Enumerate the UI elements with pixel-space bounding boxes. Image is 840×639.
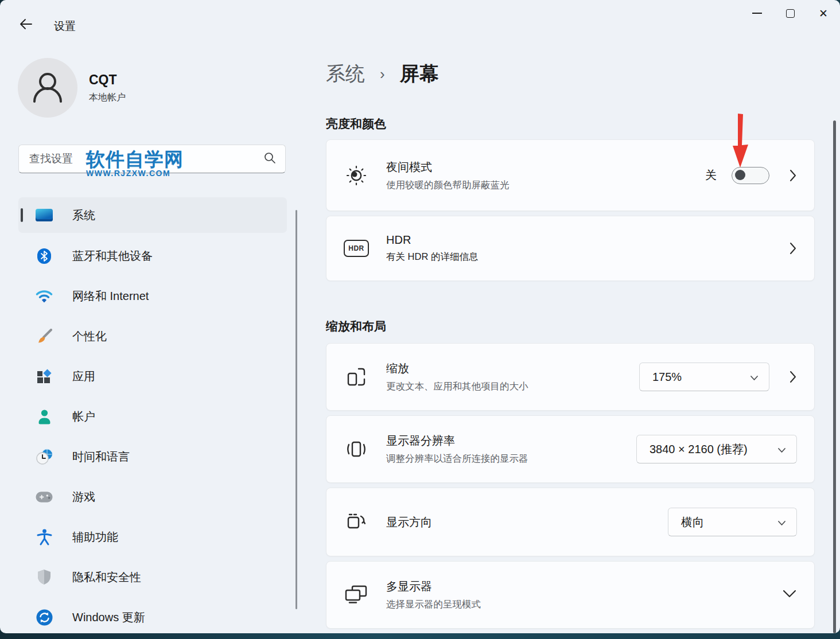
sidebar-item-accessibility[interactable]: 辅助功能 xyxy=(18,519,287,555)
close-icon: ✕ xyxy=(819,8,828,19)
chevron-down-icon xyxy=(777,443,786,456)
hdr-subtitle: 有关 HDR 的详细信息 xyxy=(386,251,769,263)
search-input[interactable] xyxy=(19,153,263,165)
breadcrumb-system[interactable]: 系统 xyxy=(326,61,365,87)
apps-icon xyxy=(36,369,53,384)
orientation-title: 显示方向 xyxy=(386,515,668,530)
wifi-icon xyxy=(36,290,53,303)
multi-display-icon xyxy=(344,584,369,606)
back-button[interactable] xyxy=(15,15,37,36)
person-icon xyxy=(27,66,68,110)
chevron-down-icon xyxy=(750,371,759,384)
section-brightness-color: 亮度和颜色 xyxy=(326,116,386,132)
night-light-toggle[interactable] xyxy=(732,167,769,184)
avatar[interactable] xyxy=(18,58,77,118)
back-arrow-icon xyxy=(20,18,32,32)
sidebar-scrollbar[interactable] xyxy=(295,210,297,609)
scale-subtitle: 更改文本、应用和其他项目的大小 xyxy=(386,380,639,393)
account-name: CQT xyxy=(89,72,117,88)
window-controls: ✕ xyxy=(740,0,840,29)
windows-update-icon xyxy=(36,609,53,626)
minimize-button[interactable] xyxy=(740,0,773,26)
scale-dropdown[interactable]: 175% xyxy=(639,363,769,391)
hdr-card[interactable]: HDR HDR 有关 HDR 的详细信息 xyxy=(326,216,815,281)
scale-title: 缩放 xyxy=(386,361,639,376)
sidebar-item-bluetooth-devices[interactable]: 蓝牙和其他设备 xyxy=(18,238,287,274)
scale-icon xyxy=(344,365,369,388)
app-title: 设置 xyxy=(54,19,76,34)
toggle-knob xyxy=(735,170,745,180)
night-light-title: 夜间模式 xyxy=(386,159,705,175)
chevron-right-icon xyxy=(789,241,797,256)
night-light-card[interactable]: 夜间模式 使用较暖的颜色帮助屏蔽蓝光 关 xyxy=(326,139,815,211)
search-icon[interactable] xyxy=(263,151,276,166)
account-type: 本地帐户 xyxy=(89,92,126,104)
page-title: 屏幕 xyxy=(400,61,439,87)
resolution-card[interactable]: 显示器分辨率 调整分辨率以适合所连接的显示器 3840 × 2160 (推荐) xyxy=(326,415,815,483)
sidebar-item-personalization[interactable]: 个性化 xyxy=(18,318,287,354)
night-light-subtitle: 使用较暖的颜色帮助屏蔽蓝光 xyxy=(386,179,705,192)
section-scale-layout: 缩放和布局 xyxy=(326,318,386,334)
breadcrumb-separator: › xyxy=(380,65,385,83)
hdr-title: HDR xyxy=(386,233,769,247)
sidebar-item-network-internet[interactable]: 网络和 Internet xyxy=(18,278,287,314)
breadcrumb: 系统 › 屏幕 xyxy=(326,61,439,87)
orientation-dropdown[interactable]: 横向 xyxy=(668,508,797,536)
night-light-icon xyxy=(344,163,369,188)
search-box xyxy=(18,145,286,173)
paintbrush-icon xyxy=(36,329,53,344)
close-button[interactable]: ✕ xyxy=(807,0,840,26)
resolution-icon xyxy=(344,438,369,461)
sidebar-item-privacy-security[interactable]: 隐私和安全性 xyxy=(18,559,287,595)
minimize-icon xyxy=(752,13,762,14)
scale-card[interactable]: 缩放 更改文本、应用和其他项目的大小 175% xyxy=(326,343,815,411)
sidebar-item-system[interactable]: 系统 xyxy=(18,197,287,233)
toggle-state-label: 关 xyxy=(705,167,717,183)
shield-icon xyxy=(36,569,53,585)
chevron-right-icon xyxy=(789,369,797,384)
chevron-right-icon xyxy=(789,168,797,183)
sidebar-item-accounts[interactable]: 帐户 xyxy=(18,399,287,434)
chevron-down-expand-icon xyxy=(782,589,797,601)
orientation-icon xyxy=(344,511,369,533)
system-icon xyxy=(36,209,53,221)
resolution-value: 3840 × 2160 (推荐) xyxy=(650,442,748,457)
bluetooth-icon xyxy=(36,248,53,264)
sidebar-item-gaming[interactable]: 游戏 xyxy=(18,479,287,515)
scale-value: 175% xyxy=(652,371,682,384)
multi-display-title: 多显示器 xyxy=(386,579,782,594)
orientation-card[interactable]: 显示方向 横向 xyxy=(326,488,815,556)
main-scrollbar[interactable] xyxy=(833,120,836,633)
sidebar-item-windows-update[interactable]: Windows 更新 xyxy=(18,599,287,633)
maximize-button[interactable] xyxy=(773,0,807,26)
multi-display-card[interactable]: 多显示器 选择显示器的呈现模式 xyxy=(326,561,815,629)
sidebar-item-time-language[interactable]: 时间和语言 xyxy=(18,439,287,474)
multi-display-subtitle: 选择显示器的呈现模式 xyxy=(386,598,782,611)
chevron-down-icon xyxy=(777,516,786,529)
orientation-value: 横向 xyxy=(681,515,704,530)
settings-window: 设置 ✕ CQT 本地帐户 软件自学网 WWW.RJZXW.COM 系统 xyxy=(0,0,840,633)
accounts-person-icon xyxy=(36,409,53,424)
gamepad-icon xyxy=(36,491,53,503)
time-language-icon xyxy=(36,449,53,465)
titlebar: 设置 ✕ xyxy=(0,0,840,37)
maximize-icon xyxy=(786,9,795,18)
resolution-title: 显示器分辨率 xyxy=(386,433,636,449)
sidebar-item-apps[interactable]: 应用 xyxy=(18,359,287,394)
hdr-icon: HDR xyxy=(344,240,369,257)
resolution-dropdown[interactable]: 3840 × 2160 (推荐) xyxy=(636,435,797,463)
accessibility-icon xyxy=(36,529,53,546)
resolution-subtitle: 调整分辨率以适合所连接的显示器 xyxy=(386,453,636,465)
selected-accent-bar xyxy=(21,208,23,222)
